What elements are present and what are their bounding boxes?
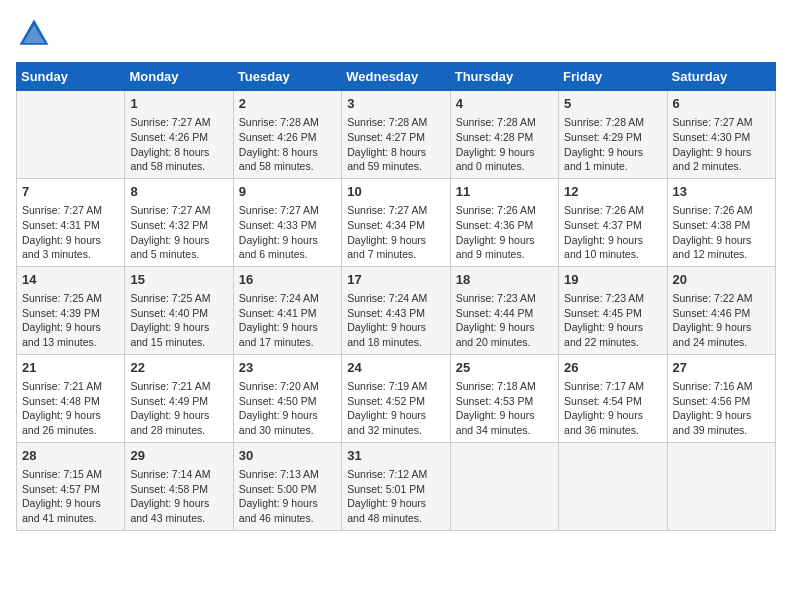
day-info: Sunrise: 7:27 AM	[130, 115, 227, 130]
day-number: 30	[239, 447, 336, 465]
day-number: 3	[347, 95, 444, 113]
day-number: 13	[673, 183, 770, 201]
day-info: and 58 minutes.	[130, 159, 227, 174]
calendar-cell: 17Sunrise: 7:24 AMSunset: 4:43 PMDayligh…	[342, 266, 450, 354]
day-info: Sunset: 4:48 PM	[22, 394, 119, 409]
week-row-1: 1Sunrise: 7:27 AMSunset: 4:26 PMDaylight…	[17, 91, 776, 179]
day-info: Sunset: 4:26 PM	[239, 130, 336, 145]
day-info: and 13 minutes.	[22, 335, 119, 350]
day-number: 11	[456, 183, 553, 201]
day-info: Sunset: 4:52 PM	[347, 394, 444, 409]
day-number: 20	[673, 271, 770, 289]
day-info: Sunset: 4:43 PM	[347, 306, 444, 321]
day-info: Daylight: 9 hours	[130, 496, 227, 511]
day-info: Daylight: 9 hours	[673, 320, 770, 335]
calendar-cell: 7Sunrise: 7:27 AMSunset: 4:31 PMDaylight…	[17, 178, 125, 266]
calendar-cell: 16Sunrise: 7:24 AMSunset: 4:41 PMDayligh…	[233, 266, 341, 354]
day-info: Sunrise: 7:15 AM	[22, 467, 119, 482]
day-info: and 28 minutes.	[130, 423, 227, 438]
logo-icon	[16, 16, 52, 52]
calendar-cell: 21Sunrise: 7:21 AMSunset: 4:48 PMDayligh…	[17, 354, 125, 442]
calendar-cell: 6Sunrise: 7:27 AMSunset: 4:30 PMDaylight…	[667, 91, 775, 179]
day-info: Sunrise: 7:20 AM	[239, 379, 336, 394]
day-info: and 34 minutes.	[456, 423, 553, 438]
day-info: and 36 minutes.	[564, 423, 661, 438]
day-number: 21	[22, 359, 119, 377]
day-info: Sunset: 4:39 PM	[22, 306, 119, 321]
day-info: Sunset: 5:00 PM	[239, 482, 336, 497]
calendar-cell: 5Sunrise: 7:28 AMSunset: 4:29 PMDaylight…	[559, 91, 667, 179]
day-info: Sunrise: 7:28 AM	[239, 115, 336, 130]
calendar-cell: 12Sunrise: 7:26 AMSunset: 4:37 PMDayligh…	[559, 178, 667, 266]
day-info: Daylight: 9 hours	[673, 145, 770, 160]
day-info: Sunset: 4:45 PM	[564, 306, 661, 321]
day-info: and 24 minutes.	[673, 335, 770, 350]
day-info: and 2 minutes.	[673, 159, 770, 174]
day-info: Daylight: 9 hours	[347, 496, 444, 511]
day-info: Sunset: 4:56 PM	[673, 394, 770, 409]
day-number: 17	[347, 271, 444, 289]
day-info: Sunrise: 7:26 AM	[673, 203, 770, 218]
calendar-cell: 14Sunrise: 7:25 AMSunset: 4:39 PMDayligh…	[17, 266, 125, 354]
calendar-cell: 19Sunrise: 7:23 AMSunset: 4:45 PMDayligh…	[559, 266, 667, 354]
calendar-cell: 8Sunrise: 7:27 AMSunset: 4:32 PMDaylight…	[125, 178, 233, 266]
calendar-cell: 25Sunrise: 7:18 AMSunset: 4:53 PMDayligh…	[450, 354, 558, 442]
calendar-cell: 13Sunrise: 7:26 AMSunset: 4:38 PMDayligh…	[667, 178, 775, 266]
day-info: and 0 minutes.	[456, 159, 553, 174]
week-row-2: 7Sunrise: 7:27 AMSunset: 4:31 PMDaylight…	[17, 178, 776, 266]
calendar-cell: 9Sunrise: 7:27 AMSunset: 4:33 PMDaylight…	[233, 178, 341, 266]
day-info: Sunrise: 7:12 AM	[347, 467, 444, 482]
day-info: Daylight: 9 hours	[673, 408, 770, 423]
day-info: Sunset: 5:01 PM	[347, 482, 444, 497]
day-info: and 18 minutes.	[347, 335, 444, 350]
day-number: 9	[239, 183, 336, 201]
calendar-cell: 26Sunrise: 7:17 AMSunset: 4:54 PMDayligh…	[559, 354, 667, 442]
day-number: 18	[456, 271, 553, 289]
day-info: and 17 minutes.	[239, 335, 336, 350]
day-info: Daylight: 9 hours	[456, 145, 553, 160]
day-info: and 9 minutes.	[456, 247, 553, 262]
day-number: 25	[456, 359, 553, 377]
day-info: Sunrise: 7:28 AM	[347, 115, 444, 130]
day-info: Sunset: 4:36 PM	[456, 218, 553, 233]
day-info: Sunrise: 7:13 AM	[239, 467, 336, 482]
weekday-header-wednesday: Wednesday	[342, 63, 450, 91]
day-info: and 1 minute.	[564, 159, 661, 174]
day-info: Sunrise: 7:21 AM	[130, 379, 227, 394]
day-info: Sunrise: 7:19 AM	[347, 379, 444, 394]
day-info: Sunset: 4:28 PM	[456, 130, 553, 145]
day-number: 6	[673, 95, 770, 113]
day-number: 4	[456, 95, 553, 113]
calendar-cell: 20Sunrise: 7:22 AMSunset: 4:46 PMDayligh…	[667, 266, 775, 354]
day-info: Daylight: 9 hours	[564, 233, 661, 248]
day-number: 31	[347, 447, 444, 465]
day-info: Sunrise: 7:27 AM	[347, 203, 444, 218]
calendar-cell: 28Sunrise: 7:15 AMSunset: 4:57 PMDayligh…	[17, 442, 125, 530]
day-number: 12	[564, 183, 661, 201]
day-number: 14	[22, 271, 119, 289]
calendar-cell	[667, 442, 775, 530]
day-info: Sunset: 4:50 PM	[239, 394, 336, 409]
day-number: 28	[22, 447, 119, 465]
day-info: Sunset: 4:32 PM	[130, 218, 227, 233]
calendar-cell: 10Sunrise: 7:27 AMSunset: 4:34 PMDayligh…	[342, 178, 450, 266]
day-info: Sunset: 4:29 PM	[564, 130, 661, 145]
day-info: Daylight: 9 hours	[22, 408, 119, 423]
week-row-5: 28Sunrise: 7:15 AMSunset: 4:57 PMDayligh…	[17, 442, 776, 530]
calendar-cell	[450, 442, 558, 530]
day-number: 16	[239, 271, 336, 289]
day-info: Sunrise: 7:25 AM	[130, 291, 227, 306]
calendar-cell: 2Sunrise: 7:28 AMSunset: 4:26 PMDaylight…	[233, 91, 341, 179]
calendar-cell: 18Sunrise: 7:23 AMSunset: 4:44 PMDayligh…	[450, 266, 558, 354]
day-info: Sunset: 4:38 PM	[673, 218, 770, 233]
day-info: Daylight: 8 hours	[130, 145, 227, 160]
day-number: 29	[130, 447, 227, 465]
day-info: and 43 minutes.	[130, 511, 227, 526]
day-info: Sunrise: 7:27 AM	[22, 203, 119, 218]
day-info: Sunset: 4:27 PM	[347, 130, 444, 145]
day-info: Daylight: 8 hours	[239, 145, 336, 160]
day-info: Sunrise: 7:17 AM	[564, 379, 661, 394]
weekday-header-saturday: Saturday	[667, 63, 775, 91]
day-info: and 32 minutes.	[347, 423, 444, 438]
calendar-cell: 23Sunrise: 7:20 AMSunset: 4:50 PMDayligh…	[233, 354, 341, 442]
